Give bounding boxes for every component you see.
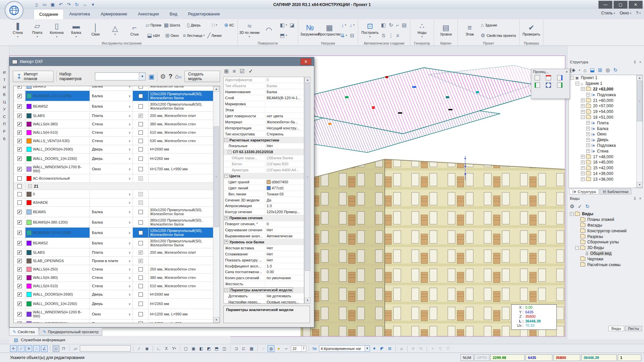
- building-button[interactable]: ⌂Здание: [479, 20, 517, 30]
- search-binoculars-icon[interactable]: ◎: [605, 67, 610, 73]
- layer-checkbox[interactable]: [17, 276, 22, 280]
- expand-icon[interactable]: +: [586, 121, 590, 125]
- beam-button[interactable]: ▬Балка▾: [66, 20, 86, 41]
- use-section-checkbox[interactable]: [139, 139, 143, 143]
- update-model-icon[interactable]: ↻: [74, 2, 80, 8]
- layer-name-cell[interactable]: SLABS: [25, 112, 90, 120]
- layer-checkbox[interactable]: [17, 292, 22, 297]
- expand-icon[interactable]: +: [581, 110, 585, 114]
- axis-line-icon[interactable]: ∕: [136, 345, 143, 352]
- fit-view-icon[interactable]: [546, 82, 551, 88]
- collapse-icon[interactable]: −: [581, 115, 585, 119]
- layer-name-cell[interactable]: 0: [25, 190, 90, 198]
- use-section-checkbox[interactable]: [139, 267, 143, 272]
- layer-type-select[interactable]: Окно∨: [90, 164, 133, 174]
- layer-checkbox[interactable]: [17, 130, 22, 135]
- rebuild-model-icon[interactable]: ⌂↻: [175, 73, 182, 80]
- revolve-button[interactable]: ↻: [387, 20, 395, 30]
- layer-checkbox[interactable]: [17, 147, 22, 152]
- property-row[interactable]: Цвет гранейd3b07400: [224, 179, 304, 185]
- expand-icon[interactable]: +: [586, 143, 590, 147]
- expand-icon[interactable]: +: [581, 166, 585, 170]
- use-section-checkbox[interactable]: [139, 231, 143, 235]
- property-row[interactable]: СглаживаниеНет: [224, 251, 304, 257]
- layer-type-select[interactable]: Окно∨: [90, 309, 133, 319]
- area-load-button[interactable]: ↓▾: [348, 20, 356, 30]
- use-section-checkbox[interactable]: [139, 130, 143, 135]
- shaded-mode-icon[interactable]: ◧: [198, 345, 205, 352]
- layer-checkbox[interactable]: [17, 176, 22, 181]
- tree-item[interactable]: −⌂Здание 1: [569, 81, 642, 86]
- layer-type-select[interactable]: Балка∨: [90, 217, 133, 227]
- snap-point-icon[interactable]: ✛: [10, 345, 17, 352]
- menu-Окно[interactable]: Окно▾: [620, 11, 631, 15]
- table-row[interactable]: АС-Вспомогательный∨: [14, 174, 213, 183]
- layer-checkbox[interactable]: [17, 302, 22, 306]
- dimensions-icon[interactable]: ↔: [82, 2, 88, 8]
- layer-checkbox[interactable]: [17, 220, 22, 225]
- use-section-checkbox[interactable]: [139, 210, 143, 214]
- use-section-checkbox[interactable]: [139, 250, 143, 255]
- wall-button[interactable]: ❚Стена▾: [8, 20, 28, 41]
- table-row[interactable]: WALL_DOORS_1(H-2260)Дверь∨H=2260 мм: [14, 299, 213, 309]
- tree-item[interactable]: +{◈Окно: [569, 131, 642, 137]
- property-row[interactable]: Скручивание сеченияНет: [224, 227, 304, 233]
- snap-intersection-icon[interactable]: ✕: [25, 345, 32, 352]
- tree-item[interactable]: +{◈Подложка: [569, 92, 642, 98]
- property-row[interactable]: Цвет линий477cd1: [224, 185, 304, 191]
- use-section-checkbox[interactable]: [139, 176, 143, 181]
- collapse-icon[interactable]: −: [224, 138, 228, 142]
- layer-name-cell[interactable]: WALL_WINDOWS(H-: [25, 319, 90, 323]
- level-offset-button[interactable]: ⬓±ΔН: [144, 30, 163, 41]
- tab-Вид[interactable]: Вид: [164, 9, 183, 19]
- collapse-icon[interactable]: −: [228, 150, 231, 154]
- use-section-checkbox[interactable]: [139, 302, 143, 306]
- build-button[interactable]: ⊡Построить▾: [360, 20, 380, 41]
- property-row[interactable]: Контур сечения120x1200 Прямоу...: [224, 209, 304, 215]
- tree-item[interactable]: −18 +51,000: [569, 115, 642, 120]
- expand-icon[interactable]: +: [586, 138, 590, 142]
- layer-type-select[interactable]: Плита∨: [90, 248, 133, 256]
- snap-line-icon[interactable]: ∕: [18, 345, 24, 352]
- specification-button[interactable]: ▤: [400, 20, 408, 30]
- axes-grid-button[interactable]: ∷▾: [206, 20, 223, 30]
- list-view-icon[interactable]: ≡: [232, 68, 235, 74]
- layer-name-cell[interactable]: BEAMS2: [25, 238, 90, 248]
- close-button[interactable]: ✕: [629, 1, 643, 9]
- door-light-icon[interactable]: ⌐: [283, 345, 290, 352]
- use-section-checkbox[interactable]: [139, 284, 143, 288]
- layer-type-select[interactable]: Стена∨: [90, 265, 133, 273]
- use-section-checkbox[interactable]: [139, 259, 143, 263]
- tab-Аннотации[interactable]: Аннотации: [132, 9, 164, 19]
- use-section-checkbox[interactable]: [139, 192, 143, 196]
- tree-item[interactable]: +21 +60,000: [569, 98, 642, 103]
- layer-name-cell[interactable]: WALLS(H-510): [25, 128, 90, 136]
- layer-checkbox[interactable]: [17, 104, 22, 109]
- scroll-up-icon[interactable]: ▲: [305, 77, 311, 83]
- tree-item[interactable]: +15 +42,000: [569, 165, 642, 171]
- table-row[interactable]: WALL_DOORS(H-2690)Дверь∨H=2690 мм: [14, 290, 213, 299]
- column-button[interactable]: ▯Колонна▾: [47, 20, 66, 41]
- property-row[interactable]: Сечение 3D моделиДа: [224, 197, 304, 203]
- collapse-icon[interactable]: −: [581, 87, 585, 91]
- expand-icon[interactable]: +: [581, 177, 585, 181]
- layer-group-row[interactable]: −21: [14, 183, 213, 190]
- layer-checkbox[interactable]: [17, 241, 22, 245]
- layer-type-select[interactable]: Стена∨: [90, 128, 133, 136]
- table-row[interactable]: BEAMSБалка∨Железобетон балок: [14, 86, 213, 91]
- collapse-icon[interactable]: −: [570, 76, 574, 80]
- collapse-icon[interactable]: −: [224, 288, 228, 292]
- layer-name-cell[interactable]: WALLS(H-250): [25, 265, 90, 273]
- layer-type-select[interactable]: Стена∨: [90, 274, 133, 282]
- project-properties-button[interactable]: ⚙Свойства проекта: [479, 30, 517, 41]
- tab-Аналитика[interactable]: Аналитика: [64, 9, 95, 19]
- use-section-checkbox[interactable]: [139, 241, 143, 245]
- scroll-up-icon[interactable]: ▲: [213, 86, 219, 92]
- layer-type-select[interactable]: Балка∨: [90, 228, 133, 238]
- layer-type-select[interactable]: Дверь∨: [90, 145, 133, 153]
- layer-type-select[interactable]: Проем в плите∨: [90, 257, 133, 265]
- use-section-checkbox[interactable]: [139, 122, 143, 126]
- service-info-row[interactable]: ▤ Служебная информация: [9, 336, 230, 344]
- tree-item[interactable]: +{◈Дверь: [569, 137, 642, 143]
- rotate-x-icon[interactable]: X: [163, 345, 170, 352]
